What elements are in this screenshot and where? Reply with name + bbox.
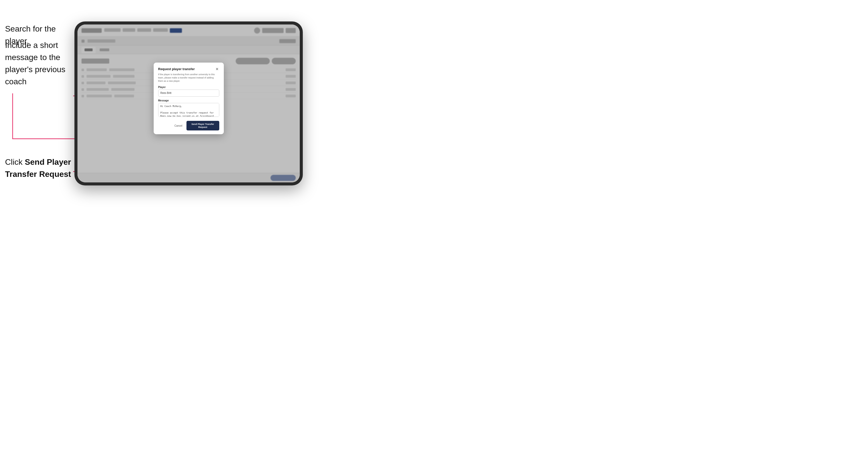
modal-close-button[interactable]: ✕ (215, 67, 219, 71)
annotation-click: Click Send Player Transfer Request (5, 156, 73, 180)
annotation-message: Include a short message to the player's … (5, 39, 73, 88)
send-transfer-button[interactable]: Send Player Transfer Request (186, 121, 219, 130)
tablet-screen: Request player transfer ✕ If the player … (78, 25, 300, 182)
player-input[interactable] (158, 90, 219, 97)
player-label: Player (158, 86, 219, 89)
modal-title: Request player transfer (158, 67, 195, 71)
modal-header: Request player transfer ✕ (158, 67, 219, 71)
modal-footer: Cancel Send Player Transfer Request (158, 121, 219, 130)
modal-dialog: Request player transfer ✕ If the player … (154, 63, 224, 134)
message-label: Message (158, 99, 219, 102)
cancel-button[interactable]: Cancel (172, 123, 184, 129)
modal-description: If the player is transferring from anoth… (158, 73, 219, 83)
message-textarea[interactable]: Hi Coach McHarg, Please accept this tran… (158, 103, 219, 117)
tablet-device: Request player transfer ✕ If the player … (74, 22, 303, 185)
modal-overlay: Request player transfer ✕ If the player … (78, 25, 300, 182)
